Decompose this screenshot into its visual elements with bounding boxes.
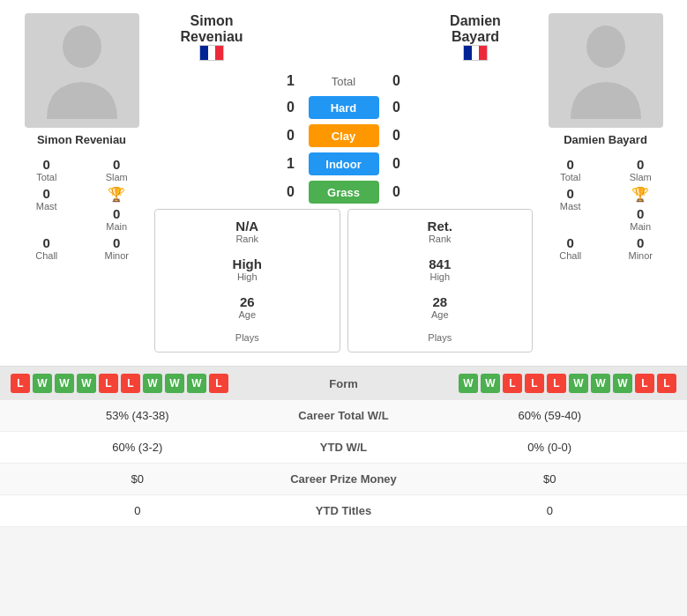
- player1-stats-grid: 0 Total 0 Slam 0 Mast 🏆 0 Main: [9, 157, 154, 261]
- form-badge-p1: W: [77, 374, 96, 393]
- stats-row-p2-value: $0: [423, 472, 677, 486]
- stats-row-label: Career Total W/L: [265, 409, 423, 422]
- form-badge-p2: W: [481, 374, 500, 393]
- player1-minor: 0 Minor: [86, 235, 148, 261]
- player2-chall: 0 Chall: [540, 235, 601, 261]
- stats-row: $0 Career Prize Money $0: [0, 464, 687, 495]
- grass-row: 0 Grass 0: [154, 181, 533, 204]
- indoor-row: 1 Indoor 0: [154, 152, 533, 175]
- player1-form-badges: LWWWLLWWWL: [11, 374, 291, 393]
- stats-row: 53% (43-38) Career Total W/L 60% (59-40): [0, 400, 687, 432]
- player1-avatar: [25, 13, 139, 128]
- player2-panel: Damien Bayard 0 Total 0 Slam 0 Mast 🏆: [533, 13, 678, 353]
- form-badge-p2: W: [591, 374, 610, 393]
- player1-panel: Simon Reveniau 0 Total 0 Slam 0 Mast 🏆: [9, 13, 154, 353]
- player1-rank-item: N/A Rank: [235, 219, 258, 244]
- stats-row-p2-value: 60% (59-40): [423, 409, 677, 422]
- main-container: Simon Reveniau 0 Total 0 Slam 0 Mast 🏆: [0, 0, 687, 527]
- player1-slam: 0 Slam: [86, 157, 148, 182]
- center-section: Simon Reveniau Damien Bayard 1: [154, 13, 533, 353]
- stats-row-p1-value: 60% (3-2): [11, 441, 265, 454]
- clay-row: 0 Clay 0: [154, 124, 533, 147]
- form-badge-p2: L: [525, 374, 544, 393]
- svg-point-1: [586, 26, 625, 68]
- player2-high-item: 841 High: [429, 256, 451, 282]
- form-badge-p2: W: [613, 374, 632, 393]
- clay-badge: Clay: [309, 124, 379, 147]
- stats-row: 60% (3-2) YTD W/L 0% (0-0): [0, 432, 687, 464]
- player1-total: 0 Total: [16, 157, 78, 182]
- player1-trophy-icon: 🏆: [108, 186, 125, 203]
- stats-row-p1-value: 0: [11, 504, 265, 517]
- player1-name-top: Simon Reveniau: [154, 13, 269, 64]
- player2-slam: 0 Slam: [610, 157, 672, 182]
- player2-rank-item: Ret. Rank: [428, 219, 452, 244]
- player2-name-top: Damien Bayard: [418, 13, 533, 64]
- player2-minor: 0 Minor: [610, 235, 672, 261]
- form-badge-p1: L: [121, 374, 140, 393]
- player1-chall: 0 Chall: [16, 235, 78, 261]
- form-badge-p2: W: [459, 374, 478, 393]
- stats-row-label: YTD Titles: [265, 504, 423, 517]
- form-badge-p1: W: [143, 374, 162, 393]
- form-badge-p1: L: [209, 374, 228, 393]
- player2-age-item: 28 Age: [431, 294, 449, 320]
- stats-rows-container: 53% (43-38) Career Total W/L 60% (59-40)…: [0, 400, 687, 527]
- form-badge-p2: L: [547, 374, 566, 393]
- player2-total: 0 Total: [540, 157, 601, 182]
- player2-form-badges: WWLLLWWWLL: [397, 374, 677, 393]
- hard-row: 0 Hard 0: [154, 96, 533, 119]
- form-badge-p2: L: [657, 374, 676, 393]
- player1-high-item: High High: [233, 256, 262, 282]
- bottom-section: LWWWLLWWWL Form WWLLLWWWLL 53% (43-38) C…: [0, 367, 687, 527]
- player1-main: 🏆 0 Main: [86, 186, 148, 232]
- form-badge-p1: W: [33, 374, 52, 393]
- stats-row-label: YTD W/L: [265, 441, 423, 454]
- form-badge-p2: L: [503, 374, 522, 393]
- total-row: 1 Total 0: [154, 73, 533, 89]
- player2-plays-item: Plays: [428, 332, 452, 343]
- indoor-badge: Indoor: [309, 152, 379, 175]
- form-badge-p2: W: [569, 374, 588, 393]
- player2-trophy-icon: 🏆: [631, 186, 649, 203]
- comparison-section: Simon Reveniau 0 Total 0 Slam 0 Mast 🏆: [0, 0, 687, 367]
- player2-info-box: Ret. Rank 841 High 28 Age Plays: [347, 209, 534, 353]
- player1-info-box: N/A Rank High High 26 Age Plays: [154, 209, 340, 353]
- form-badge-p1: L: [99, 374, 118, 393]
- player1-flag: [154, 45, 269, 61]
- player2-mast: 0 Mast: [540, 186, 601, 232]
- form-badge-p1: W: [187, 374, 206, 393]
- player1-plays-item: Plays: [235, 332, 259, 343]
- center-info-columns: N/A Rank High High 26 Age Plays: [154, 209, 533, 353]
- stats-row: 0 YTD Titles 0: [0, 495, 687, 527]
- names-row: Simon Reveniau Damien Bayard: [154, 13, 533, 64]
- stats-row-p2-value: 0% (0-0): [423, 441, 677, 454]
- stats-row-label: Career Prize Money: [265, 472, 423, 486]
- player2-name: Damien Bayard: [564, 133, 647, 146]
- form-badge-p1: W: [165, 374, 184, 393]
- player2-avatar: [549, 13, 663, 128]
- svg-point-0: [63, 26, 101, 68]
- player2-flag: [418, 45, 533, 61]
- grass-badge: Grass: [309, 181, 379, 204]
- form-badge-p1: L: [11, 374, 30, 393]
- form-label: Form: [291, 377, 397, 390]
- form-badge-p2: L: [635, 374, 654, 393]
- form-badge-p1: W: [55, 374, 74, 393]
- hard-badge: Hard: [309, 96, 379, 119]
- player2-main: 🏆 0 Main: [610, 186, 672, 232]
- stats-row-p1-value: $0: [11, 472, 265, 486]
- stats-row-p1-value: 53% (43-38): [11, 409, 265, 422]
- stats-row-p2-value: 0: [423, 504, 677, 517]
- player2-stats-grid: 0 Total 0 Slam 0 Mast 🏆 0 Main: [533, 157, 678, 261]
- player1-mast: 0 Mast: [16, 186, 78, 232]
- player1-age-item: 26 Age: [238, 294, 256, 320]
- player1-name: Simon Reveniau: [37, 133, 126, 146]
- form-row: LWWWLLWWWL Form WWLLLWWWLL: [0, 367, 687, 400]
- surface-rows: 0 Hard 0 0 Clay 0 1 Indoor 0 0 Grass: [154, 96, 533, 204]
